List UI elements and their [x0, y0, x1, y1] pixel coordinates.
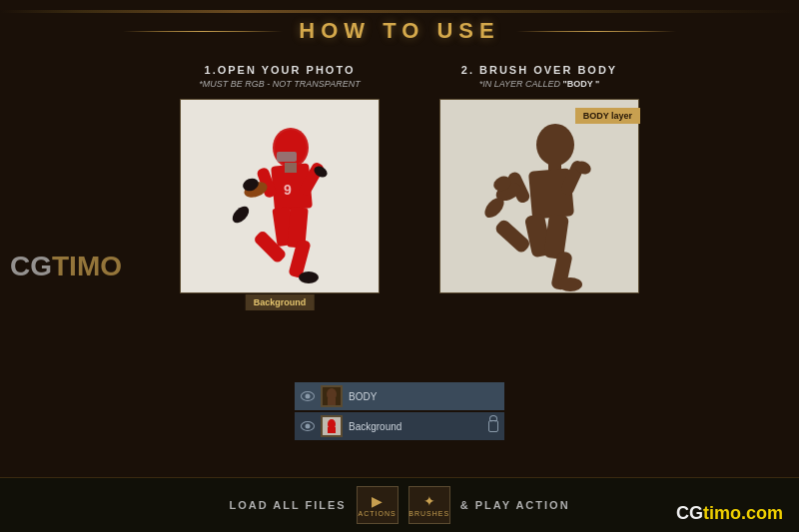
eye-icon-bg[interactable] [301, 421, 315, 431]
background-layer-row[interactable]: Background [295, 412, 504, 440]
body-layer-name: BODY [349, 391, 498, 402]
body-layer-row[interactable]: BODY [295, 382, 504, 410]
step2-subtitle: *IN LAYER CALLED "BODY " [479, 79, 600, 89]
background-label: Background [246, 294, 315, 310]
step1-title: 1.OPEN YOUR PHOTO [205, 64, 356, 76]
background-layer-name: Background [349, 421, 482, 432]
step1-subtitle: *MUST BE RGB - NOT TRANSPARENT [199, 79, 360, 89]
svg-rect-15 [285, 163, 297, 173]
player-svg: 9 [181, 100, 379, 292]
brushes-icon: ✦ [423, 493, 435, 509]
bg-thumb-icon [323, 417, 341, 435]
svg-point-19 [536, 124, 574, 166]
svg-text:9: 9 [284, 182, 292, 198]
svg-rect-35 [328, 398, 336, 405]
layers-panel: BODY Background [295, 382, 504, 442]
actions-icon: ▶ [372, 493, 383, 509]
actions-label: ACTIONS [359, 510, 397, 517]
play-action-label: & PLAY ACTION [460, 499, 570, 511]
watermark-right-text: CGtimo.com [676, 503, 783, 523]
body-layer-label: BODY layer [575, 108, 640, 124]
svg-rect-3 [277, 152, 297, 162]
brushes-button[interactable]: ✦ BRUSHES [408, 486, 450, 524]
watermark-left: CGTIMO [10, 251, 122, 282]
svg-point-30 [558, 277, 582, 291]
brushes-label: BRUSHES [408, 510, 449, 517]
step1-section: 1.OPEN YOUR PHOTO *MUST BE RGB - NOT TRA… [180, 64, 380, 293]
bg-layer-thumb [321, 415, 343, 437]
silhouette-svg [440, 100, 638, 292]
step2-frame: BODY layer [439, 99, 639, 293]
step2-image [440, 100, 638, 292]
step1-image: 9 [181, 100, 379, 292]
step1-frame: 9 [180, 99, 380, 293]
watermark-right: CGtimo.com [676, 503, 783, 524]
lock-icon [488, 420, 498, 432]
svg-rect-38 [328, 427, 336, 433]
step2-section: 2. BRUSH OVER BODY *IN LAYER CALLED "BOD… [439, 64, 639, 293]
actions-button[interactable]: ▶ ACTIONS [357, 486, 399, 524]
load-all-files-label: LOAD ALL FILES [229, 499, 346, 511]
step2-title: 2. BRUSH OVER BODY [461, 64, 617, 76]
body-layer-thumb [321, 385, 343, 407]
eye-icon-body[interactable] [301, 391, 315, 401]
header-rule-left [123, 31, 283, 32]
svg-point-14 [299, 271, 319, 283]
header-line: HOW TO USE [0, 18, 799, 44]
body-thumb-icon [323, 387, 341, 405]
page-title: HOW TO USE [299, 18, 499, 44]
header: HOW TO USE [0, 0, 799, 44]
header-rule-right [516, 31, 676, 32]
watermark-left-text: CGTIMO [10, 251, 122, 281]
